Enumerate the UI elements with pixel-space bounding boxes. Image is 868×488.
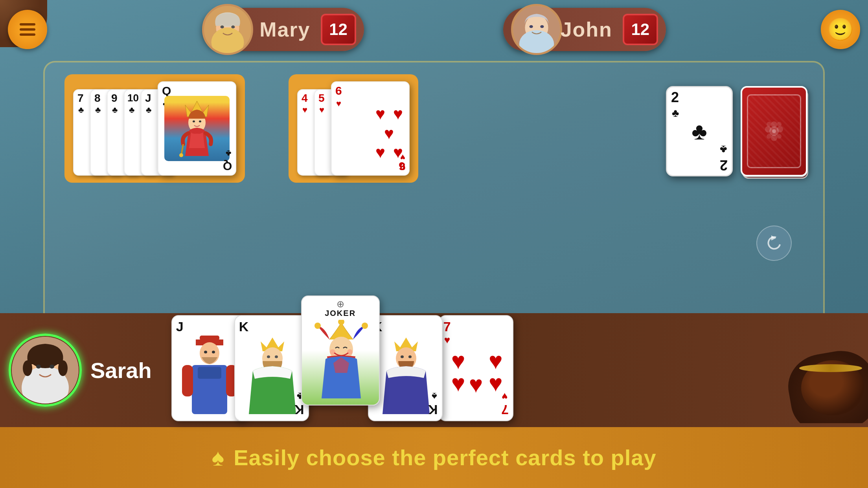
svg-marker-30 [771,235,776,240]
svg-point-19 [179,153,183,157]
svg-point-44 [212,351,215,354]
svg-point-27 [767,134,771,139]
svg-point-55 [314,323,321,329]
player-name-mary: Mary [259,18,310,41]
svg-point-66 [408,356,412,358]
draw-pile-stack[interactable] [741,86,807,176]
svg-point-16 [193,121,195,123]
player-name-john: John [561,18,612,41]
svg-point-59 [330,349,335,355]
avatar-sarah-container [12,337,79,404]
svg-rect-0 [20,23,35,26]
undo-button[interactable] [756,226,792,261]
svg-rect-2 [20,33,35,36]
avatar-john [511,4,562,55]
bottom-bar-text: Easily choose the perfect cards to play [234,445,656,470]
hand-card-k-clubs[interactable]: K ♣ [234,315,309,421]
player-bar-mary: Mary 12 [202,8,364,51]
svg-point-22 [771,135,777,141]
svg-point-60 [347,349,353,355]
score-badge-mary: 12 [321,14,356,45]
hand-card-7-hearts[interactable]: 7 ♥ ♥ ♥ ♥ ♥ ♥ 7 ♥ [439,315,513,421]
svg-point-25 [767,122,771,127]
svg-point-53 [275,356,278,358]
svg-point-29 [772,129,776,133]
svg-point-7 [221,26,224,28]
card-q-clubs: Q ♣ [158,81,236,176]
bottom-bar: ♠ Easily choose the perfect cards to pla… [0,427,868,488]
svg-rect-41 [200,336,219,340]
svg-point-24 [777,126,783,132]
svg-rect-1 [20,28,35,31]
bottom-player-area: Sarah J ♠ [0,313,868,427]
svg-point-23 [765,126,771,132]
svg-point-21 [771,121,777,128]
avatar-mary [202,4,253,55]
draw-pile: 2 ♣ ♣ 2 ♣ [666,86,807,176]
svg-point-13 [540,25,544,28]
hand-cards: J ♠ [171,315,856,425]
svg-point-26 [777,122,782,127]
svg-rect-46 [198,367,221,379]
svg-rect-47 [182,365,193,396]
card-group-hearts: 4 ♥ 5 ♥ 6 ♥ ♥ ♥ ♥ ♥ ♥ 6 ♥ 9 [289,74,418,183]
hand-card-joker[interactable]: ⊕ JOKER [301,295,380,405]
svg-point-12 [529,25,533,28]
svg-point-43 [204,351,207,354]
svg-point-8 [231,26,235,28]
top-bar: Mary 12 12 John � [0,0,868,59]
player-bar-john: 12 John [503,8,666,51]
svg-point-57 [362,323,368,329]
svg-point-17 [199,121,201,123]
emoji-button[interactable]: 🙂 [821,10,860,49]
spade-icon: ♠ [211,444,224,471]
card-6-hearts: 6 ♥ ♥ ♥ ♥ ♥ ♥ 6 ♥ 9 [331,81,410,176]
card-group-clubs: 7 ♣ 8 ♣ 9 ♣ 10 ♣ J ♣ [64,74,245,183]
active-player-ring [9,334,82,407]
svg-point-28 [777,134,782,139]
player-name-sarah: Sarah [90,358,152,383]
score-badge-john: 12 [623,14,658,45]
menu-button[interactable] [8,10,47,49]
svg-point-65 [401,356,404,358]
coffee-cup-decoration [770,345,868,423]
draw-top-card[interactable]: 2 ♣ ♣ 2 ♣ [666,86,733,176]
svg-point-52 [267,356,270,358]
